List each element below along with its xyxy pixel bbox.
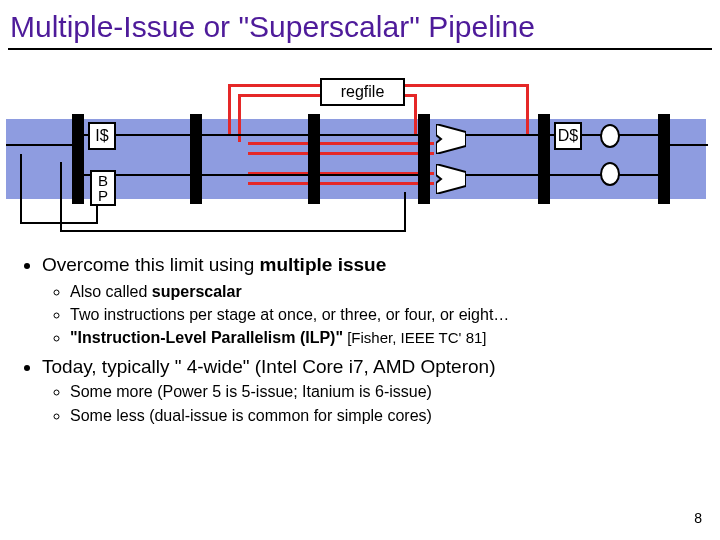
stage-bar bbox=[538, 114, 550, 204]
red-wire bbox=[248, 182, 434, 185]
stage-bar bbox=[308, 114, 320, 204]
bp-line2: P bbox=[92, 188, 114, 203]
bullet-level2: "Instruction-Level Parallelism (ILP)" [F… bbox=[70, 327, 702, 348]
wire bbox=[466, 134, 538, 136]
wire bbox=[20, 222, 98, 224]
red-wire bbox=[248, 142, 434, 145]
mux-icon bbox=[600, 124, 620, 148]
title-rule bbox=[8, 48, 712, 50]
dcache-box: D$ bbox=[554, 122, 582, 150]
bullet-level1: Overcome this limit using multiple issue… bbox=[42, 252, 702, 348]
wire bbox=[202, 174, 308, 176]
red-wire bbox=[228, 84, 231, 136]
bullet-level2: Two instructions per stage at once, or t… bbox=[70, 304, 702, 325]
red-wire bbox=[414, 94, 417, 136]
svg-marker-0 bbox=[436, 124, 466, 154]
regfile-box: regfile bbox=[320, 78, 405, 106]
stage-bar bbox=[418, 114, 430, 204]
text-bold: multiple issue bbox=[260, 254, 387, 275]
bullet-level2: Also called superscalar bbox=[70, 281, 702, 302]
stage-bar bbox=[658, 114, 670, 204]
wire bbox=[60, 230, 406, 232]
wire bbox=[466, 174, 538, 176]
page-number: 8 bbox=[694, 510, 702, 526]
mux-icon bbox=[600, 162, 620, 186]
text: Overcome this limit using bbox=[42, 254, 260, 275]
wire bbox=[20, 154, 22, 224]
wire bbox=[96, 204, 98, 224]
stage-bar bbox=[72, 114, 84, 204]
body-text: Overcome this limit using multiple issue… bbox=[18, 248, 702, 432]
wire bbox=[202, 134, 308, 136]
wire bbox=[6, 144, 72, 146]
red-wire bbox=[248, 152, 434, 155]
text-bold: "Instruction-Level Parallelism (ILP)" bbox=[70, 329, 343, 346]
icache-box: I$ bbox=[88, 122, 116, 150]
alu-icon bbox=[436, 124, 466, 154]
text-bold: superscalar bbox=[152, 283, 242, 300]
text: Also called bbox=[70, 283, 152, 300]
red-wire bbox=[526, 84, 529, 134]
wire bbox=[670, 144, 708, 146]
alu-icon bbox=[436, 164, 466, 194]
wire bbox=[60, 162, 62, 232]
stage-bar bbox=[190, 114, 202, 204]
branch-predictor-box: B P bbox=[90, 170, 116, 206]
citation: [Fisher, IEEE TC' 81] bbox=[343, 329, 486, 346]
wire bbox=[320, 174, 418, 176]
bullet-level1: Today, typically " 4-wide" (Intel Core i… bbox=[42, 354, 702, 379]
bullet-level2: Some more (Power 5 is 5-issue; Itanium i… bbox=[70, 381, 702, 402]
wire bbox=[404, 192, 406, 232]
pipeline-figure: regfile I$ D$ B P bbox=[0, 74, 720, 234]
wire bbox=[320, 134, 418, 136]
bullet-level2: Some less (dual-issue is common for simp… bbox=[70, 405, 702, 426]
bp-line1: B bbox=[92, 173, 114, 188]
spacer: Some more (Power 5 is 5-issue; Itanium i… bbox=[42, 381, 702, 425]
svg-marker-1 bbox=[436, 164, 466, 194]
slide-title: Multiple-Issue or "Superscalar" Pipeline bbox=[0, 0, 720, 48]
